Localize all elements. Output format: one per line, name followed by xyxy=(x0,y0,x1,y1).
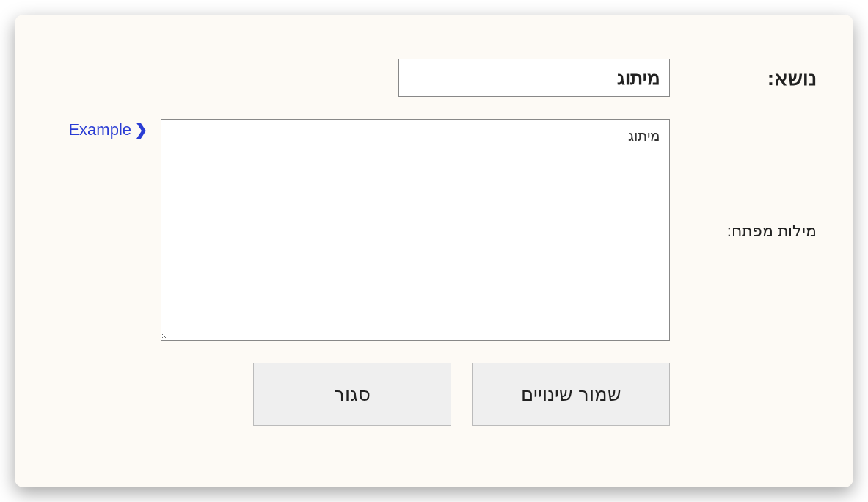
edit-dialog: נושא: מילות מפתח: Example ❯ שמור שינויים… xyxy=(15,15,853,487)
keywords-wrap: Example ❯ xyxy=(51,119,670,341)
subject-input-col xyxy=(51,59,670,97)
close-button[interactable]: סגור xyxy=(253,363,451,426)
example-link-text: Example xyxy=(68,120,131,139)
keywords-label: מילות מפתח: xyxy=(670,119,817,241)
keywords-row: מילות מפתח: Example ❯ xyxy=(51,119,817,341)
chevron-right-icon: ❯ xyxy=(134,120,147,139)
keywords-textarea[interactable] xyxy=(161,119,670,341)
example-link[interactable]: Example ❯ xyxy=(68,120,147,139)
button-row: שמור שינויים סגור xyxy=(51,363,670,426)
subject-input[interactable] xyxy=(398,59,670,97)
subject-row: נושא: xyxy=(51,59,817,97)
save-button[interactable]: שמור שינויים xyxy=(472,363,670,426)
subject-label: נושא: xyxy=(670,59,817,90)
